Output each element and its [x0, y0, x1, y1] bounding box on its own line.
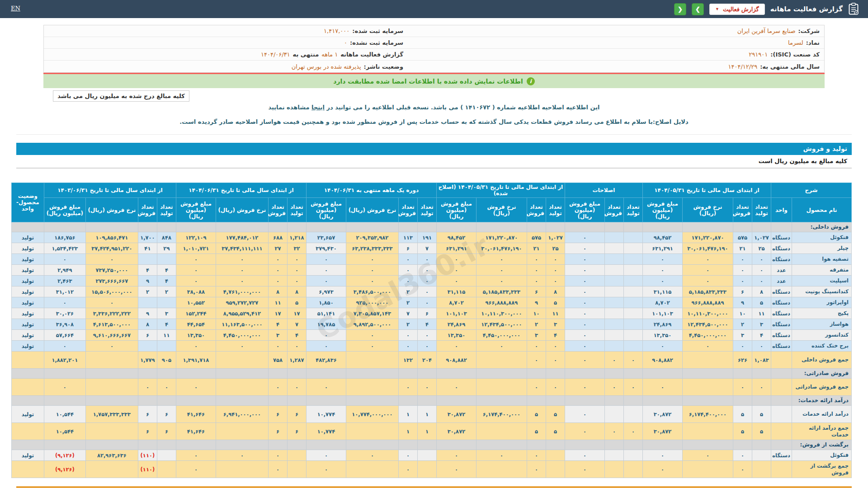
cell: ۰ — [546, 341, 565, 352]
unregistered-capital-label: سرمایه ثبت نشده: — [350, 39, 403, 46]
cell — [216, 222, 268, 232]
cell: ۰ — [733, 379, 752, 396]
cell: ۱,۰۲۷ — [752, 232, 771, 243]
cell: ۵ — [527, 406, 546, 423]
column-header: نرخ فروش (ریال) — [346, 198, 398, 222]
cell: ۹۰۵ — [157, 352, 176, 369]
unregistered-capital-value: ۰ — [344, 39, 347, 46]
cell: ۱۲۲,۱۰۹ — [176, 232, 216, 243]
cell: ۸ — [287, 286, 306, 297]
table-row: هواسازدستگاه۳۲۱۲,۴۳۴,۵۰۰,۰۰۰۲۴,۸۶۹۰۳۲۱۲,… — [11, 319, 851, 330]
cell — [287, 396, 306, 406]
cell: ۰ — [565, 232, 604, 243]
fiscal-year-row: سال مالی منتهی به: ۱۴۰۴/۱۲/۲۹ — [408, 61, 824, 72]
cell — [771, 222, 792, 232]
cell: ۴۴,۶۵۴ — [176, 319, 216, 330]
cell — [623, 330, 642, 341]
cell: ۱۳,۳۵۰ — [436, 330, 476, 341]
cell: ۲۵ — [752, 243, 771, 254]
cell — [752, 396, 771, 406]
cell — [771, 396, 792, 406]
cell — [157, 440, 176, 450]
column-header: نرخ فروش (ریال) — [682, 198, 733, 222]
cell: ۴ — [287, 330, 306, 341]
report-type-dropdown[interactable]: گزارش فعالیت ▼ — [709, 4, 765, 15]
cell: دستگاه — [771, 254, 792, 265]
column-group-header: وضعیت محصول-واحد — [11, 183, 44, 222]
cell: ۰ — [565, 461, 604, 478]
cell — [138, 396, 157, 406]
cell — [565, 222, 604, 232]
cell: ۳ — [752, 319, 771, 330]
section-label: برگشت از فروش: — [792, 440, 852, 450]
cell — [287, 450, 306, 461]
column-header: تعداد فروش — [398, 198, 417, 222]
cell: ۰ — [565, 352, 604, 369]
previous-version-link[interactable]: اینجا — [311, 104, 325, 111]
language-link[interactable]: EN — [11, 5, 20, 12]
issuer-status-row: وضعیت ناشر: پذیرفته شده در بورس تهران — [44, 61, 408, 72]
product-name-cell: کندانسور — [792, 330, 852, 341]
cell: ۹۶۶,۸۸۸,۸۸۹ — [476, 297, 527, 308]
cell — [476, 379, 527, 396]
cell: ۲۱ — [527, 243, 546, 254]
cell: ۶,۹۷۳ — [306, 286, 346, 297]
cell — [546, 450, 565, 461]
cell: ۶ — [138, 423, 157, 440]
cell: ۴ — [138, 265, 157, 276]
cell — [287, 461, 306, 478]
cell: ۵۱,۱۴۱ — [306, 308, 346, 319]
cell: ۸ — [138, 319, 157, 330]
cell — [398, 369, 417, 379]
cell — [527, 396, 546, 406]
table-row: فنکوئلدستگاه۱,۰۲۷۵۷۵۱۷۱,۲۲۰,۸۷۰۹۸,۴۵۲۰۱,… — [11, 232, 851, 243]
column-group-header: شرح — [771, 183, 851, 198]
fiscal-year-value: ۱۴۰۴/۱۲/۲۹ — [728, 63, 758, 70]
cell: ۱,۲۸۷ — [287, 352, 306, 369]
cell: ۰ — [752, 379, 771, 396]
cell: ۶ — [157, 423, 176, 440]
cell: ۶ — [287, 406, 306, 423]
table-row: اواپراتوردستگاه۵۹۹۶۶,۸۸۸,۸۸۹۸,۷۰۲۰۵۹۹۶۶,… — [11, 297, 851, 308]
cell: ۳۰,۸۷۲ — [436, 406, 476, 423]
section-row: فروش داخلی: — [11, 222, 851, 232]
cell: ۳ — [157, 308, 176, 319]
cell — [176, 222, 216, 232]
cell — [546, 369, 565, 379]
cell: ۰ — [398, 461, 417, 478]
cell: ۰ — [306, 265, 346, 276]
column-group-header: دوره یک ماهه منتهی به ۱۴۰۴/۰۶/۳۱ — [306, 183, 436, 198]
page-title: گزارش فعالیت ماهانه — [770, 5, 843, 13]
cell: ۰ — [752, 254, 771, 265]
cell: دستگاه — [771, 297, 792, 308]
cell — [436, 369, 476, 379]
cell: ۱۰,۵۴۴ — [44, 423, 85, 440]
previous-report-button[interactable]: ❮ — [674, 3, 686, 15]
cell: ۰ — [216, 276, 268, 286]
cell — [346, 222, 398, 232]
cell: ۰ — [176, 341, 216, 352]
cell — [604, 286, 623, 297]
cell — [604, 276, 623, 286]
next-report-button[interactable]: ❯ — [692, 3, 704, 15]
cell: ۱۰۹,۸۵۶,۴۷۱ — [85, 232, 138, 243]
cell: تولید — [11, 319, 44, 330]
cell: ۸ — [752, 286, 771, 297]
cell: ۷,۳۰۵,۸۵۷,۱۴۳ — [346, 308, 398, 319]
cell — [306, 440, 346, 450]
column-group-header: از ابتدای سال مالی تا تاریخ ۱۴۰۳/۰۶/۳۱ — [44, 183, 176, 198]
column-header: واحد — [771, 198, 792, 222]
cell: ۰ — [476, 450, 527, 461]
cell — [346, 461, 398, 478]
correction-notice-text: این اطلاعیه اصلاحیه اطلاعیه شماره ( ۱۴۱۰… — [325, 104, 600, 111]
cell: ۶ — [268, 423, 287, 440]
cell — [733, 396, 752, 406]
cell — [623, 440, 642, 450]
cell — [604, 450, 623, 461]
total-row: جمع درآمد ارائه خدمات۵۵۳۰,۸۷۲۰۰۰۵۵۳۰,۸۷۲… — [11, 423, 851, 440]
cell: ۶ — [398, 243, 417, 254]
section-label: فروش صادراتی: — [792, 369, 852, 379]
period-length-value: ۱ ماهه — [321, 51, 338, 58]
cell: ۵,۱۸۵,۸۳۳,۳۳۳ — [476, 286, 527, 297]
cell: (۱۱۰) — [138, 461, 157, 478]
